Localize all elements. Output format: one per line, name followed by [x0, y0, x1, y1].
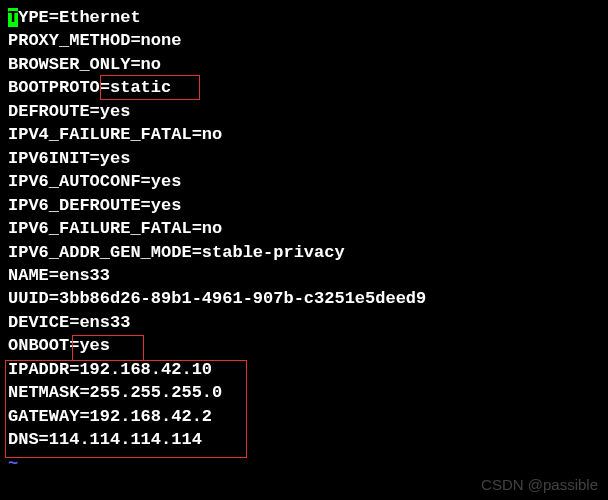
config-line-dns: DNS=114.114.114.114 — [8, 428, 600, 451]
config-line-defroute: DEFROUTE=yes — [8, 100, 600, 123]
cursor: T — [8, 8, 18, 27]
config-line-onboot: ONBOOT=yes — [8, 334, 600, 357]
config-line-ipv6-failure-fatal: IPV6_FAILURE_FATAL=no — [8, 217, 600, 240]
watermark: CSDN @passible — [481, 475, 598, 496]
config-line-ipv6init: IPV6INIT=yes — [8, 147, 600, 170]
config-line-proxy-method: PROXY_METHOD=none — [8, 29, 600, 52]
config-line-device: DEVICE=ens33 — [8, 311, 600, 334]
config-line-ipaddr: IPADDR=192.168.42.10 — [8, 358, 600, 381]
config-line-name: NAME=ens33 — [8, 264, 600, 287]
config-line-ipv6-autoconf: IPV6_AUTOCONF=yes — [8, 170, 600, 193]
config-line-bootproto: BOOTPROTO=static — [8, 76, 600, 99]
config-line-browser-only: BROWSER_ONLY=no — [8, 53, 600, 76]
config-line-ipv6-defroute: IPV6_DEFROUTE=yes — [8, 194, 600, 217]
config-line-uuid: UUID=3bb86d26-89b1-4961-907b-c3251e5deed… — [8, 287, 600, 310]
vim-tilde-line: ~ — [8, 452, 600, 475]
line-text: YPE=Ethernet — [18, 8, 140, 27]
config-line-ipv6-addr-gen-mode: IPV6_ADDR_GEN_MODE=stable-privacy — [8, 241, 600, 264]
config-line-netmask: NETMASK=255.255.255.0 — [8, 381, 600, 404]
config-line-type: TYPE=Ethernet — [8, 6, 600, 29]
config-line-ipv4-failure-fatal: IPV4_FAILURE_FATAL=no — [8, 123, 600, 146]
config-line-gateway: GATEWAY=192.168.42.2 — [8, 405, 600, 428]
